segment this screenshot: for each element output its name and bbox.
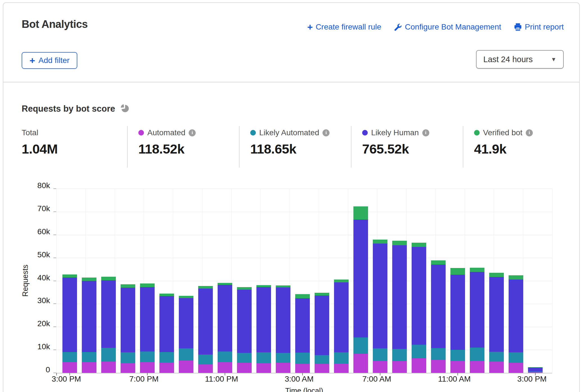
bar-segment-likely-human[interactable] xyxy=(276,287,290,353)
bar-segment-automated[interactable] xyxy=(82,362,96,373)
bar-segment-verified-bot[interactable] xyxy=(373,240,387,244)
bar-segment-verified-bot[interactable] xyxy=(237,287,252,290)
bar-segment-automated[interactable] xyxy=(412,358,426,373)
bar-segment-automated[interactable] xyxy=(431,360,446,373)
add-filter-button[interactable]: + Add filter xyxy=(22,52,77,69)
bar-segment-automated[interactable] xyxy=(237,363,252,373)
bar-segment-likely-human[interactable] xyxy=(392,245,407,349)
bar-segment-verified-bot[interactable] xyxy=(82,278,96,281)
bar-segment-verified-bot[interactable] xyxy=(528,367,543,368)
bar-segment-likely-automated[interactable] xyxy=(276,353,290,363)
bar-segment-automated[interactable] xyxy=(121,363,135,373)
bar-segment-likely-automated[interactable] xyxy=(62,352,77,362)
bar-segment-likely-human[interactable] xyxy=(509,280,523,352)
bar-segment-likely-human[interactable] xyxy=(353,220,368,337)
bar-segment-automated[interactable] xyxy=(470,361,484,373)
bar-segment-automated[interactable] xyxy=(334,364,349,373)
bar-segment-automated[interactable] xyxy=(315,364,329,373)
print-report-link[interactable]: Print report xyxy=(514,22,564,31)
bar-segment-verified-bot[interactable] xyxy=(353,206,368,220)
bar-segment-likely-automated[interactable] xyxy=(295,353,310,364)
bar-segment-likely-automated[interactable] xyxy=(140,352,155,362)
bar-segment-verified-bot[interactable] xyxy=(159,294,174,296)
bar-segment-likely-automated[interactable] xyxy=(315,355,329,364)
bar-segment-likely-automated[interactable] xyxy=(179,348,193,361)
bar-segment-likely-human[interactable] xyxy=(159,296,174,352)
bar-segment-likely-automated[interactable] xyxy=(237,353,252,363)
bar-segment-likely-automated[interactable] xyxy=(198,355,213,364)
bar-segment-verified-bot[interactable] xyxy=(509,275,523,280)
bar-segment-verified-bot[interactable] xyxy=(140,283,155,287)
bar-segment-verified-bot[interactable] xyxy=(276,285,290,287)
bar-segment-likely-human[interactable] xyxy=(179,298,193,348)
configure-bot-management-link[interactable]: Configure Bot Management xyxy=(394,22,501,31)
create-firewall-rule-link[interactable]: + Create firewall rule xyxy=(307,22,381,31)
bar-segment-likely-automated[interactable] xyxy=(489,352,504,362)
bar-segment-verified-bot[interactable] xyxy=(450,268,465,275)
bar-segment-likely-automated[interactable] xyxy=(412,345,426,358)
bar-segment-likely-automated[interactable] xyxy=(256,352,271,363)
bar-segment-likely-human[interactable] xyxy=(431,265,446,348)
bar-segment-automated[interactable] xyxy=(509,363,523,373)
bar-segment-likely-human[interactable] xyxy=(412,247,426,345)
bar-segment-likely-automated[interactable] xyxy=(450,350,465,361)
bar-segment-likely-human[interactable] xyxy=(237,290,252,353)
bar-segment-automated[interactable] xyxy=(392,361,407,373)
bar-segment-automated[interactable] xyxy=(295,364,310,373)
bar-segment-likely-automated[interactable] xyxy=(121,352,135,363)
bar-segment-likely-human[interactable] xyxy=(489,277,504,352)
bar-segment-verified-bot[interactable] xyxy=(315,293,329,296)
bar-segment-automated[interactable] xyxy=(450,361,465,373)
bar-segment-verified-bot[interactable] xyxy=(62,274,77,278)
bar-segment-likely-human[interactable] xyxy=(528,368,543,371)
bar-segment-likely-automated[interactable] xyxy=(392,349,407,361)
bar-segment-likely-human[interactable] xyxy=(140,287,155,351)
bar-segment-verified-bot[interactable] xyxy=(198,286,213,289)
bar-segment-likely-human[interactable] xyxy=(198,289,213,355)
bar-segment-likely-human[interactable] xyxy=(62,278,77,352)
bar-segment-verified-bot[interactable] xyxy=(489,273,504,277)
bar-segment-automated[interactable] xyxy=(159,362,174,373)
bar-segment-automated[interactable] xyxy=(489,362,504,373)
bar-segment-automated[interactable] xyxy=(218,362,232,373)
bar-segment-likely-automated[interactable] xyxy=(334,352,349,364)
bar-segment-verified-bot[interactable] xyxy=(412,243,426,247)
bar-segment-likely-automated[interactable] xyxy=(528,371,543,372)
bar-segment-likely-human[interactable] xyxy=(101,280,116,348)
bar-segment-likely-human[interactable] xyxy=(450,275,465,350)
bar-segment-likely-automated[interactable] xyxy=(470,348,484,361)
bar-segment-likely-automated[interactable] xyxy=(431,348,446,360)
bar-segment-likely-human[interactable] xyxy=(256,287,271,352)
bar-segment-likely-automated[interactable] xyxy=(353,337,368,354)
bar-segment-automated[interactable] xyxy=(353,354,368,373)
bar-segment-likely-human[interactable] xyxy=(82,281,96,352)
bar-segment-verified-bot[interactable] xyxy=(256,285,271,287)
bar-segment-automated[interactable] xyxy=(179,361,193,373)
bar-segment-verified-bot[interactable] xyxy=(334,280,349,283)
bar-segment-likely-automated[interactable] xyxy=(159,352,174,362)
bar-segment-likely-human[interactable] xyxy=(470,272,484,348)
bar-segment-automated[interactable] xyxy=(198,364,213,373)
bar-segment-likely-human[interactable] xyxy=(315,296,329,355)
bar-segment-automated[interactable] xyxy=(62,362,77,373)
info-icon[interactable]: i xyxy=(422,129,429,136)
bar-segment-automated[interactable] xyxy=(140,362,155,373)
bar-segment-likely-automated[interactable] xyxy=(82,352,96,362)
bar-segment-likely-automated[interactable] xyxy=(218,352,232,362)
bar-segment-likely-human[interactable] xyxy=(373,244,387,348)
bar-segment-verified-bot[interactable] xyxy=(179,296,193,298)
info-icon[interactable]: i xyxy=(189,129,196,136)
bar-segment-likely-automated[interactable] xyxy=(509,352,523,363)
bar-segment-likely-human[interactable] xyxy=(121,288,135,352)
bar-segment-likely-automated[interactable] xyxy=(373,348,387,361)
bar-segment-verified-bot[interactable] xyxy=(121,284,135,288)
bar-segment-verified-bot[interactable] xyxy=(101,277,116,280)
bar-segment-likely-automated[interactable] xyxy=(101,348,116,362)
bar-segment-verified-bot[interactable] xyxy=(431,260,446,265)
time-range-select[interactable]: Last 24 hours ▼ xyxy=(476,50,564,69)
bar-segment-automated[interactable] xyxy=(256,363,271,373)
bar-segment-verified-bot[interactable] xyxy=(218,283,232,285)
info-icon[interactable]: i xyxy=(526,129,533,136)
bar-segment-automated[interactable] xyxy=(276,363,290,373)
bar-segment-verified-bot[interactable] xyxy=(470,268,484,272)
